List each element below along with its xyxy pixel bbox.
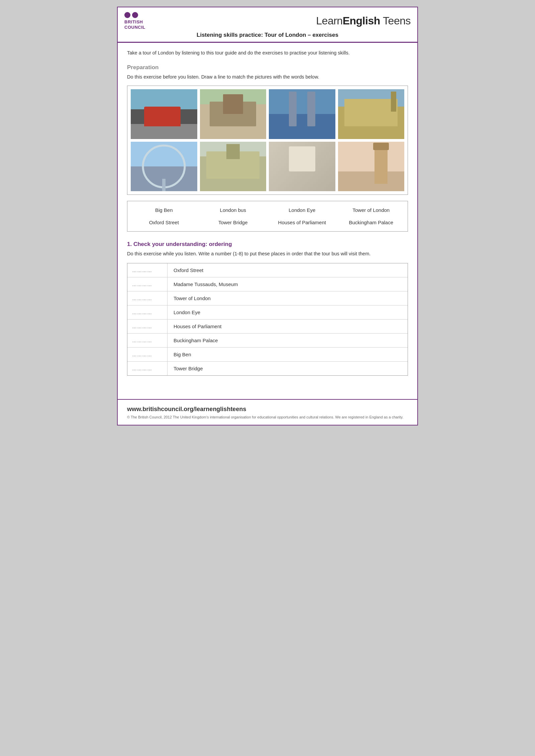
bc-org-name: BRITISH COUNCIL [124,19,145,30]
learn-english-brand: LearnEnglish Teens [316,15,411,27]
footer-url: www.britishcouncil.org/learnenglishteens [127,406,408,413]
photo-grid [131,89,404,192]
photo-big-ben [338,142,405,192]
ordering-place-5: Houses of Parliament [168,320,227,333]
ordering-place-2: Madame Tussauds, Museum [168,277,244,291]
exercise1-title: 1. Check your understanding: ordering [127,241,408,248]
ordering-dots-2: ………… [127,277,168,291]
bc-dot-right [132,12,138,18]
intro-text: Take a tour of London by listening to th… [127,49,408,57]
brand-learn: Learn [316,15,342,27]
ordering-row-buckingham: ………… Buckingham Palace [127,334,408,348]
word-buckingham-palace: Buckingham Palace [338,218,405,227]
bc-line1: BRITISH [124,19,145,25]
page: BRITISH COUNCIL LearnEnglish Teens Liste… [117,7,418,425]
ordering-place-1: Oxford Street [168,263,209,277]
ordering-dots-6: ………… [127,334,168,347]
ordering-place-7: Big Ben [168,348,197,361]
word-tower-of-london: Tower of London [338,206,405,214]
content-area: Take a tour of London by listening to th… [118,43,417,386]
photo-person-map [269,142,335,192]
ordering-row-oxford-street: ………… Oxford Street [127,263,408,277]
brand-teens: Teens [383,15,411,27]
photo-london-bus [131,89,197,139]
ordering-dots-3: ………… [127,291,168,305]
logo-area: BRITISH COUNCIL [124,12,145,30]
ordering-table: ………… Oxford Street ………… Madame Tussauds,… [127,263,408,376]
ordering-row-houses: ………… Houses of Parliament [127,320,408,334]
footer: www.britishcouncil.org/learnenglishteens… [118,399,417,424]
ordering-dots-8: ………… [127,362,168,375]
words-row-2: Oxford Street Tower Bridge Houses of Par… [131,218,404,227]
brand-logo: LearnEnglish Teens [316,15,411,27]
bc-line2: COUNCIL [124,25,145,30]
bc-dot-left [124,12,130,18]
exercise1-section: 1. Check your understanding: ordering Do… [127,241,408,376]
header-top-row: BRITISH COUNCIL LearnEnglish Teens [124,12,411,30]
word-houses-of-parliament: Houses of Parliament [269,218,335,227]
photo-grid-container [127,86,408,195]
words-row-1: Big Ben London bus London Eye Tower of L… [131,206,404,214]
brand-english: English [343,15,380,27]
ordering-dots-1: ………… [127,263,168,277]
ordering-row-london-eye: ………… London Eye [127,305,408,320]
ordering-place-4: London Eye [168,305,206,319]
ordering-dots-5: ………… [127,320,168,333]
photo-london-eye [131,142,197,192]
ordering-row-tower-of-london: ………… Tower of London [127,291,408,305]
preparation-section: Preparation Do this exercise before you … [127,64,408,232]
ordering-place-6: Buckingham Palace [168,334,224,347]
photo-tower-bridge [269,89,335,139]
preparation-instruction: Do this exercise before you listen. Draw… [127,74,408,81]
ordering-row-tower-bridge: ………… Tower Bridge [127,362,408,375]
ordering-dots-7: ………… [127,348,168,361]
word-big-ben: Big Ben [131,206,197,214]
ordering-row-big-ben: ………… Big Ben [127,348,408,362]
ordering-dots-4: ………… [127,305,168,319]
photo-buckingham-palace [200,142,266,192]
ordering-place-8: Tower Bridge [168,362,209,375]
footer-copyright: © The British Council, 2012 The United K… [127,415,408,420]
words-box: Big Ben London bus London Eye Tower of L… [127,201,408,232]
word-london-eye: London Eye [269,206,335,214]
page-title: Listening skills practice: Tour of Londo… [124,32,411,38]
word-tower-bridge: Tower Bridge [200,218,266,227]
ordering-place-3: Tower of London [168,291,217,305]
bc-dots [124,12,138,18]
word-oxford-street: Oxford Street [131,218,197,227]
photo-houses-of-parliament [338,89,405,139]
preparation-title: Preparation [127,64,408,71]
bc-logo: BRITISH COUNCIL [124,12,145,30]
header: BRITISH COUNCIL LearnEnglish Teens Liste… [118,7,417,43]
photo-tower-of-london [200,89,266,139]
exercise1-instruction: Do this exercise while you listen. Write… [127,250,408,258]
ordering-row-madame-tussauds: ………… Madame Tussauds, Museum [127,277,408,291]
word-london-bus: London bus [200,206,266,214]
